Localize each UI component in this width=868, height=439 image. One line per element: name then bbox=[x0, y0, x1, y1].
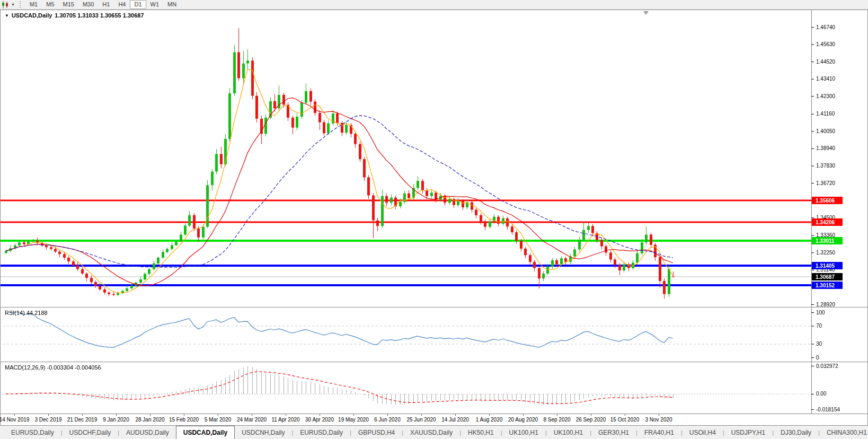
chart-type-dropdown-caret-icon[interactable]: ▼ bbox=[11, 3, 15, 6]
chart-tabs: EURUSD,Daily|USDCHF,Daily|AUDUSD,DailyUS… bbox=[4, 426, 868, 439]
chart-tab-china300-h1[interactable]: CHINA300,H1 bbox=[820, 426, 868, 439]
date-tick-mark bbox=[252, 414, 252, 416]
date-tick-mark bbox=[320, 414, 320, 416]
chart-tab-usdchf-daily[interactable]: USDCHF,Daily bbox=[63, 426, 118, 439]
date-tick-mark bbox=[455, 414, 456, 416]
timeframe-button-w1[interactable]: W1 bbox=[146, 0, 164, 9]
date-tick-mark bbox=[14, 414, 15, 416]
price-chart-panel: ▼ USDCAD,Daily 1.30705 1.31033 1.30655 1… bbox=[1, 10, 867, 307]
macd-label: MACD(12,26,9) -0.003304 -0.004056 bbox=[5, 364, 101, 371]
chart-symbol-label: USDCAD,Daily bbox=[12, 12, 52, 19]
chart-tab-xauusd-daily[interactable]: XAUUSD,Daily bbox=[403, 426, 459, 439]
chart-tab-gbpusd-h4[interactable]: GBPUSD,H4 bbox=[351, 426, 402, 439]
chart-tab-usoil-h4[interactable]: USOil,H4 bbox=[683, 426, 723, 439]
date-tick-mark bbox=[387, 414, 388, 416]
chart-tab-bar: EURUSD,Daily|USDCHF,Daily|AUDUSD,DailyUS… bbox=[0, 425, 868, 439]
price-chart-canvas[interactable] bbox=[1, 10, 867, 307]
date-tick-mark bbox=[218, 414, 218, 416]
mt4-application-window: ▼ M1M5M15M30H1H4D1W1MN ▼ USDCAD,Daily 1.… bbox=[0, 0, 868, 439]
chart-tab-eurusd-daily[interactable]: EURUSD,Daily bbox=[293, 426, 350, 439]
chart-tab-dj30-daily[interactable]: DJ30,Daily bbox=[774, 426, 818, 439]
date-axis: 14 Nov 20193 Dec 201921 Dec 20199 Jan 20… bbox=[1, 414, 867, 425]
date-tick-mark bbox=[523, 414, 524, 416]
chart-tab-eurusd-daily[interactable]: EURUSD,Daily bbox=[4, 426, 61, 439]
chart-tab-hk50-h1[interactable]: HK50,H1 bbox=[461, 426, 501, 439]
date-tick-mark bbox=[557, 414, 557, 416]
date-tick-mark bbox=[82, 414, 83, 416]
timeframe-button-h4[interactable]: H4 bbox=[114, 0, 130, 9]
chart-tab-uk100-h1[interactable]: UK100,H1 bbox=[547, 426, 590, 439]
date-tick-mark bbox=[625, 414, 625, 416]
timeframe-button-d1[interactable]: D1 bbox=[130, 0, 146, 9]
chart-tab-audusd-daily[interactable]: AUDUSD,Daily bbox=[119, 426, 176, 439]
timeframe-toolbar: ▼ M1M5M15M30H1H4D1W1MN bbox=[0, 0, 868, 10]
timeframe-button-h1[interactable]: H1 bbox=[98, 0, 114, 9]
chart-window: ▼ USDCAD,Daily 1.30705 1.31033 1.30655 1… bbox=[0, 10, 868, 425]
macd-indicator-panel: MACD(12,26,9) -0.003304 -0.004056 bbox=[1, 362, 867, 414]
chart-tab-uk100-h1[interactable]: UK100,H1 bbox=[502, 426, 545, 439]
chart-ohlc-values: 1.30705 1.31033 1.30655 1.30687 bbox=[55, 12, 144, 19]
timeframe-button-mn[interactable]: MN bbox=[163, 0, 181, 9]
date-axis-label: 3 Nov 2020 bbox=[637, 417, 680, 423]
date-tick-mark bbox=[286, 414, 286, 416]
date-tick-mark bbox=[116, 414, 117, 416]
chart-tab-usdcnh-daily[interactable]: USDCNH,Daily bbox=[235, 426, 291, 439]
timeframe-button-m1[interactable]: M1 bbox=[25, 0, 42, 9]
chart-title: ▼ USDCAD,Daily 1.30705 1.31033 1.30655 1… bbox=[5, 12, 144, 19]
chart-tab-ger30-h1[interactable]: GER30,H1 bbox=[591, 426, 636, 439]
chart-title-dropdown-icon[interactable]: ▼ bbox=[5, 13, 9, 18]
toolbar-grip bbox=[20, 1, 21, 8]
macd-chart-canvas[interactable] bbox=[1, 362, 867, 414]
timeframe-button-m5[interactable]: M5 bbox=[42, 0, 58, 9]
timeframe-button-m15[interactable]: M15 bbox=[59, 0, 78, 9]
date-tick-mark bbox=[184, 414, 184, 416]
date-tick-mark bbox=[150, 414, 150, 416]
chart-tab-usdjpy-h1[interactable]: USDJPY,H1 bbox=[724, 426, 772, 439]
rsi-chart-canvas[interactable] bbox=[1, 308, 867, 362]
date-tick-mark bbox=[591, 414, 591, 416]
candlestick-chart-type-icon[interactable] bbox=[1, 1, 10, 8]
chart-tab-usdcad-daily[interactable]: USDCAD,Daily bbox=[176, 426, 235, 439]
date-tick-mark bbox=[659, 414, 659, 416]
timeframe-button-m30[interactable]: M30 bbox=[78, 0, 98, 9]
date-tick-mark bbox=[421, 414, 422, 416]
date-tick-mark bbox=[489, 414, 490, 416]
date-tick-mark bbox=[353, 414, 354, 416]
timeframe-buttons: M1M5M15M30H1H4D1W1MN bbox=[25, 0, 181, 9]
date-tick-mark bbox=[48, 414, 49, 416]
chart-tab-fra40-h1[interactable]: FRA40,H1 bbox=[637, 426, 681, 439]
rsi-label: RSI(14) 44.2188 bbox=[5, 310, 48, 316]
rsi-indicator-panel: RSI(14) 44.2188 bbox=[1, 307, 867, 362]
